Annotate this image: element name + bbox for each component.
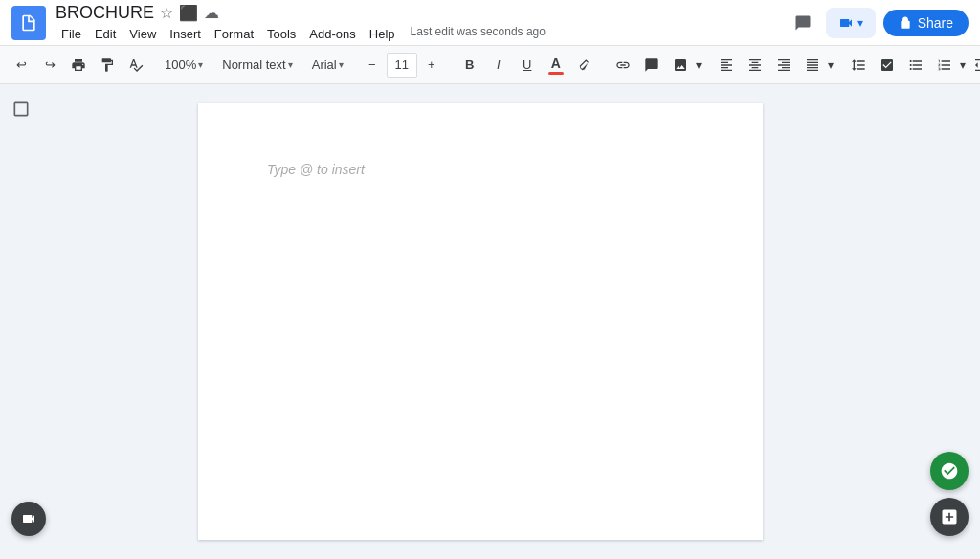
gemini-fab[interactable]	[930, 452, 969, 490]
align-center-button[interactable]	[742, 52, 768, 78]
style-dropdown[interactable]: Normal text ▾	[218, 52, 296, 78]
toolbar: ↩ ↪ 100% ▾ Normal text ▾ Arial ▾ − + B I…	[0, 46, 980, 84]
meet-fab[interactable]	[11, 502, 46, 536]
font-arrow: ▾	[339, 59, 344, 70]
top-bar: BROCHURE ☆ ⬛ ☁ File Edit View Insert For…	[0, 0, 980, 46]
menu-tools[interactable]: Tools	[261, 25, 301, 43]
undo-button[interactable]: ↩	[8, 52, 34, 78]
comment-toolbar-button[interactable]	[638, 52, 665, 78]
link-button[interactable]	[610, 52, 636, 78]
menu-view[interactable]: View	[123, 25, 162, 43]
text-color-indicator	[548, 72, 564, 75]
redo-button[interactable]: ↪	[36, 52, 63, 78]
menu-edit[interactable]: Edit	[89, 25, 122, 43]
last-edit-text: Last edit was seconds ago	[411, 25, 546, 43]
text-color-button[interactable]: A	[543, 50, 569, 80]
sidebar-left	[0, 84, 191, 559]
font-size-input[interactable]	[387, 53, 417, 78]
underline-button[interactable]: U	[514, 52, 541, 78]
add-fab[interactable]	[930, 498, 969, 536]
numbered-list-button[interactable]	[931, 52, 958, 78]
title-area: BROCHURE ☆ ⬛ ☁ File Edit View Insert For…	[56, 3, 776, 43]
zoom-dropdown[interactable]: 100% ▾	[161, 52, 207, 78]
indent-less-button[interactable]	[968, 52, 980, 78]
doc-icon	[11, 6, 46, 40]
menu-file[interactable]: File	[56, 25, 87, 43]
line-spacing-button[interactable]	[845, 52, 872, 78]
font-size-control: − +	[359, 52, 445, 78]
fab-area	[930, 452, 969, 536]
zoom-arrow: ▾	[198, 59, 203, 70]
document-page[interactable]: Type @ to insert	[198, 103, 763, 540]
spellcheck-button[interactable]	[122, 52, 149, 78]
paintformat-button[interactable]	[94, 52, 121, 78]
align-justify-button[interactable]	[799, 52, 826, 78]
style-arrow: ▾	[288, 59, 293, 70]
font-size-decrease[interactable]: −	[359, 52, 386, 78]
menu-format[interactable]: Format	[209, 25, 259, 43]
bullet-list-button[interactable]	[902, 52, 929, 78]
print-button[interactable]	[65, 52, 92, 78]
main-area: Type @ to insert	[0, 84, 980, 559]
menu-help[interactable]: Help	[364, 25, 401, 43]
doc-title[interactable]: BROCHURE	[56, 3, 154, 23]
star-icon[interactable]: ☆	[160, 4, 173, 22]
share-button[interactable]: Share	[883, 10, 969, 36]
checklist-button[interactable]	[874, 52, 901, 78]
highlight-button[interactable]	[571, 52, 598, 78]
align-right-button[interactable]	[770, 52, 797, 78]
font-size-increase[interactable]: +	[418, 52, 445, 78]
menu-addons[interactable]: Add-ons	[303, 25, 361, 43]
image-button[interactable]	[667, 52, 694, 78]
menu-insert[interactable]: Insert	[164, 25, 207, 43]
bold-button[interactable]: B	[457, 52, 483, 78]
meet-icon-btn[interactable]: ▾	[826, 8, 876, 38]
doc-area[interactable]: Type @ to insert	[191, 84, 769, 559]
placeholder-text: Type @ to insert	[267, 162, 365, 177]
italic-button[interactable]: I	[485, 52, 512, 78]
menu-bar: File Edit View Insert Format Tools Add-o…	[56, 25, 776, 43]
align-left-button[interactable]	[713, 52, 740, 78]
comment-icon-btn[interactable]	[788, 8, 818, 38]
font-dropdown[interactable]: Arial ▾	[308, 52, 347, 78]
cloud-icon[interactable]: ☁	[204, 4, 219, 22]
top-right-actions: ▾ Share	[788, 8, 969, 38]
page-thumbnail-icon	[11, 100, 31, 123]
folder-icon[interactable]: ⬛	[179, 4, 198, 22]
